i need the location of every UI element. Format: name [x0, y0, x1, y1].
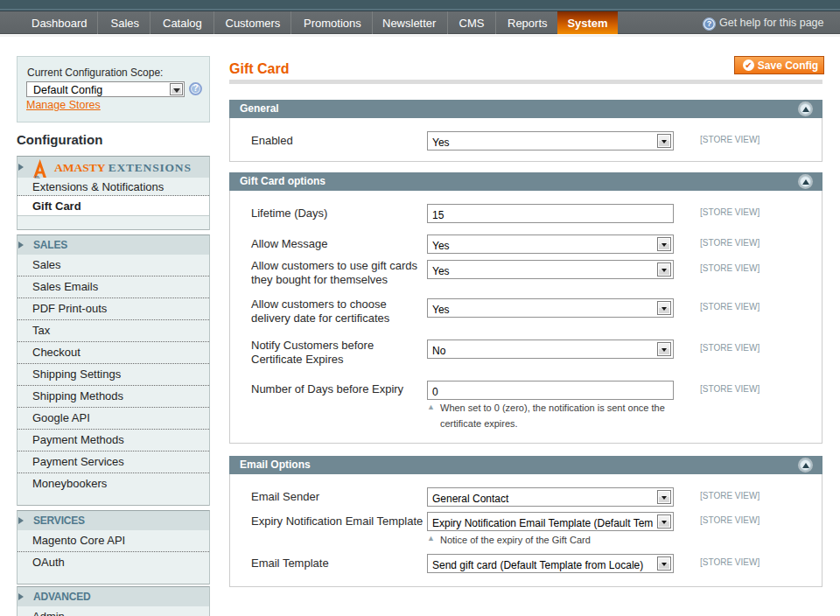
svg-text:m.: m. — [34, 174, 40, 179]
